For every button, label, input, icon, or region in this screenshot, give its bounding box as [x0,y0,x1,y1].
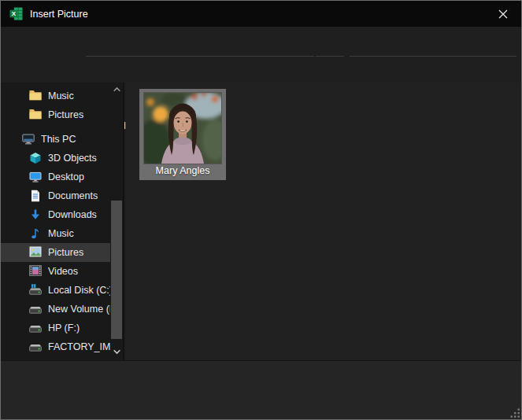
command-bar: Organize New folder ? [1,57,521,83]
insert-picture-dialog: X Insert Picture « Pictures › Saved Pict… [0,0,522,420]
sidebar-item-label: FACTORY_IMAGI [48,341,110,352]
drive-icon [29,303,42,315]
sidebar-item-label: Pictures [48,109,83,120]
resize-grip-icon [510,410,520,420]
file-tile-label: Mary Angles [156,165,210,176]
sidebar-item-videos[interactable]: Videos [1,262,110,281]
cube-icon [29,152,42,164]
sidebar-item-label: Videos [48,266,78,277]
close-button[interactable] [485,1,521,27]
sidebar-item-3d-objects[interactable]: 3D Objects [1,149,110,168]
video-icon [29,265,42,278]
sidebar-item-label: HP (F:) [48,322,80,333]
sidebar-item-label: Music [48,90,74,101]
sidebar-item-label: 3D Objects [48,153,97,164]
sidebar-item-pictures[interactable]: Pictures [1,105,110,124]
picture-icon [29,246,42,259]
desktop-icon [29,171,42,183]
resize-grip[interactable] [510,408,521,419]
folder-icon [29,109,42,121]
sidebar-item-this-pc[interactable]: This PC [1,130,110,149]
sidebar-item-label: New Volume (E:) [48,304,110,315]
sidebar-item-local-disk-c[interactable]: Local Disk (C:) [1,281,110,300]
close-icon [498,9,508,19]
dialog-content: MusicPicturesThis PC3D ObjectsDesktopDoc… [1,83,522,360]
download-icon [29,208,42,221]
this-pc-icon [22,133,35,146]
sidebar-item-label: Local Disk (C:) [48,285,110,296]
excel-icon: X [9,7,23,20]
sidebar-item-pictures[interactable]: Pictures [1,243,110,262]
file-list[interactable]: Mary Angles [126,83,522,360]
titlebar: X Insert Picture [1,1,521,27]
drive-icon [29,322,42,334]
folder-icon [29,90,42,102]
navigation-bar: « Pictures › Saved Pictures [1,27,521,57]
sidebar-item-desktop[interactable]: Desktop [1,168,110,186]
sidebar-item-label: Documents [48,190,98,201]
sidebar-item-downloads[interactable]: Downloads [1,205,110,224]
sidebar-item-label: Downloads [48,209,97,220]
sidebar-item-label: Music [48,228,74,239]
scroll-down-icon[interactable] [110,347,123,359]
sidebar-item-new-volume-e[interactable]: New Volume (E:) [1,300,110,319]
document-icon [29,190,42,202]
sidebar-scrollbar[interactable] [110,83,123,360]
scroll-up-icon[interactable] [110,84,123,96]
scrollbar-thumb[interactable] [111,201,122,339]
svg-text:X: X [12,10,17,17]
music-note-icon [29,227,42,240]
dialog-footer: File name: All Pictures Tools Insert Can… [1,360,522,420]
drive-icon [29,341,42,353]
sidebar-item-documents[interactable]: Documents [1,186,110,205]
sidebar-item-label: Desktop [48,171,84,182]
sidebar-item-music[interactable]: Music [1,224,110,243]
drive-windows-icon [29,284,42,297]
sidebar-item-hp-f[interactable]: HP (F:) [1,319,110,337]
sidebar-item-music[interactable]: Music [1,87,110,105]
portrait-photo [144,93,221,164]
window-title: Insert Picture [30,9,88,20]
navigation-pane: MusicPicturesThis PC3D ObjectsDesktopDoc… [1,83,124,360]
sidebar-item-label: Pictures [48,247,83,258]
file-tile-mary-angles[interactable]: Mary Angles [139,89,226,180]
sidebar-item-label: This PC [41,134,76,145]
sidebar-item-factory-imagi[interactable]: FACTORY_IMAGI [1,337,110,356]
